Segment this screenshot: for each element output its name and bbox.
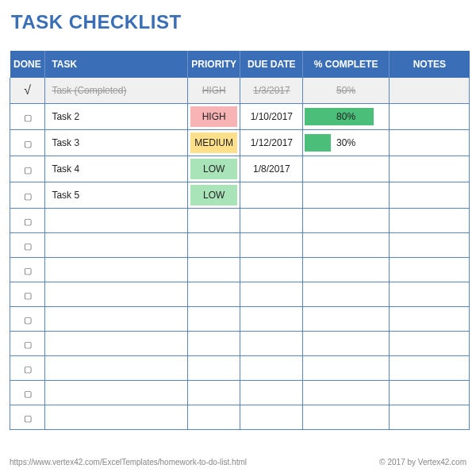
priority-cell[interactable] [187,258,240,282]
task-cell[interactable] [45,233,188,258]
pct-complete-cell[interactable] [303,233,390,258]
due-date-cell[interactable] [240,209,303,233]
task-cell[interactable] [45,307,188,332]
pct-complete-cell[interactable]: 30% [303,130,390,156]
table-row: ▢Task 4LOW1/8/2017 [10,156,470,182]
task-cell[interactable] [45,258,188,282]
notes-cell[interactable] [390,258,470,282]
done-checkbox[interactable]: ▢ [10,307,45,332]
due-date-cell[interactable] [240,233,303,258]
table-header-row: DONE TASK PRIORITY DUE DATE % COMPLETE N… [10,51,470,78]
task-cell[interactable]: Task 5 [45,182,188,209]
page-title: TASK CHECKLIST [11,11,470,33]
priority-cell[interactable] [187,233,240,258]
pct-complete-cell[interactable]: 50% [303,78,390,104]
notes-cell[interactable] [390,156,470,182]
done-checkbox[interactable]: ▢ [10,156,45,182]
pct-complete-cell[interactable] [303,381,390,405]
due-date-cell[interactable] [240,307,303,332]
priority-cell[interactable] [187,332,240,356]
pct-complete-cell[interactable] [303,332,390,356]
notes-cell[interactable] [390,405,470,430]
pct-complete-cell[interactable]: 80% [303,104,390,130]
done-checkbox[interactable]: ▢ [10,282,45,307]
priority-cell[interactable]: HIGH [187,104,240,130]
priority-cell[interactable] [187,356,240,381]
task-cell[interactable] [45,405,188,430]
pct-complete-cell[interactable] [303,356,390,381]
done-checkbox[interactable]: √ [10,78,45,104]
done-checkbox[interactable]: ▢ [10,332,45,356]
done-checkbox[interactable]: ▢ [10,381,45,405]
notes-cell[interactable] [390,78,470,104]
notes-cell[interactable] [390,209,470,233]
due-date-cell[interactable]: 1/12/2017 [240,130,303,156]
notes-cell[interactable] [390,332,470,356]
done-checkbox[interactable]: ▢ [10,104,45,130]
notes-cell[interactable] [390,104,470,130]
table-row: ▢Task 3MEDIUM1/12/201730% [10,130,470,156]
due-date-cell[interactable]: 1/3/2017 [240,78,303,104]
col-task: TASK [45,51,188,78]
notes-cell[interactable] [390,233,470,258]
priority-cell[interactable]: HIGH [187,78,240,104]
task-cell[interactable] [45,381,188,405]
pct-complete-cell[interactable] [303,282,390,307]
table-row: ▢ [10,307,470,332]
table-row: ▢Task 2HIGH1/10/201780% [10,104,470,130]
due-date-cell[interactable] [240,332,303,356]
due-date-cell[interactable] [240,356,303,381]
pct-complete-cell[interactable] [303,405,390,430]
table-row: ▢ [10,405,470,430]
task-cell[interactable]: Task 2 [45,104,188,130]
due-date-cell[interactable] [240,282,303,307]
done-checkbox[interactable]: ▢ [10,405,45,430]
priority-cell[interactable]: MEDIUM [187,130,240,156]
pct-complete-cell[interactable] [303,156,390,182]
due-date-cell[interactable]: 1/10/2017 [240,104,303,130]
done-checkbox[interactable]: ▢ [10,209,45,233]
done-checkbox[interactable]: ▢ [10,258,45,282]
priority-cell[interactable] [187,307,240,332]
priority-cell[interactable] [187,282,240,307]
due-date-cell[interactable] [240,381,303,405]
table-row: √Task (Completed)HIGH1/3/201750% [10,78,470,104]
notes-cell[interactable] [390,282,470,307]
footer-copyright: © 2017 by Vertex42.com [379,458,466,466]
notes-cell[interactable] [390,307,470,332]
priority-cell[interactable] [187,405,240,430]
due-date-cell[interactable] [240,182,303,209]
pct-complete-cell[interactable] [303,307,390,332]
pct-complete-cell[interactable] [303,209,390,233]
notes-cell[interactable] [390,182,470,209]
due-date-cell[interactable] [240,258,303,282]
due-date-cell[interactable] [240,405,303,430]
done-checkbox[interactable]: ▢ [10,356,45,381]
due-date-cell[interactable]: 1/8/2017 [240,156,303,182]
pct-complete-cell[interactable] [303,258,390,282]
notes-cell[interactable] [390,356,470,381]
done-checkbox[interactable]: ▢ [10,130,45,156]
priority-cell[interactable] [187,209,240,233]
table-row: ▢ [10,209,470,233]
priority-cell[interactable] [187,381,240,405]
task-cell[interactable]: Task 3 [45,130,188,156]
task-cell[interactable] [45,332,188,356]
pct-label: 30% [303,131,389,155]
notes-cell[interactable] [390,381,470,405]
done-checkbox[interactable]: ▢ [10,233,45,258]
priority-cell[interactable]: LOW [187,156,240,182]
task-cell[interactable]: Task (Completed) [45,78,188,104]
table-row: ▢ [10,356,470,381]
pct-complete-cell[interactable] [303,182,390,209]
task-cell[interactable] [45,282,188,307]
priority-cell[interactable]: LOW [187,182,240,209]
task-cell[interactable]: Task 4 [45,156,188,182]
done-checkbox[interactable]: ▢ [10,182,45,209]
footer-url: https://www.vertex42.com/ExcelTemplates/… [10,458,247,466]
task-cell[interactable] [45,209,188,233]
col-done: DONE [10,51,45,78]
notes-cell[interactable] [390,130,470,156]
table-row: ▢ [10,282,470,307]
task-cell[interactable] [45,356,188,381]
